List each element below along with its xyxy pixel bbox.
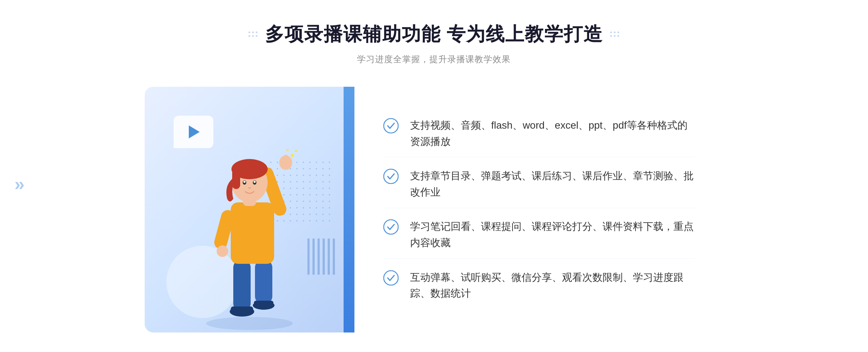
right-features: 支持视频、音频、flash、word、excel、ppt、pdf等各种格式的资源… xyxy=(354,87,723,332)
content-area: 支持视频、音频、flash、word、excel、ppt、pdf等各种格式的资源… xyxy=(145,87,723,332)
outer-left-deco: » xyxy=(14,173,25,194)
header-section: 多项录播课辅助功能 专为线上教学打造 学习进度全掌握，提升录播课教学效果 xyxy=(248,22,620,65)
svg-point-26 xyxy=(384,220,398,234)
svg-rect-16 xyxy=(232,169,240,189)
blue-stripe-deco xyxy=(344,87,354,332)
check-icon-1 xyxy=(383,118,399,133)
feature-text-2: 支持章节目录、弹题考试、课后练习、课后作业、章节测验、批改作业 xyxy=(410,168,694,201)
chevron-left-icon: » xyxy=(14,174,25,194)
feature-text-3: 学习笔记回看、课程提问、课程评论打分、课件资料下载，重点内容收藏 xyxy=(410,219,694,251)
svg-point-21 xyxy=(291,154,294,157)
svg-rect-7 xyxy=(231,202,274,264)
title-row: 多项录播课辅助功能 专为线上教学打造 xyxy=(248,22,620,47)
svg-point-20 xyxy=(254,181,256,183)
svg-point-24 xyxy=(384,119,398,133)
page-title: 多项录播课辅助功能 专为线上教学打造 xyxy=(265,22,603,47)
page-subtitle: 学习进度全掌握，提升录播课教学效果 xyxy=(248,53,620,65)
svg-rect-6 xyxy=(254,301,273,305)
figure-container xyxy=(177,123,322,332)
svg-rect-11 xyxy=(284,155,288,166)
feature-text-4: 互动弹幕、试听购买、微信分享、观看次数限制、学习进度跟踪、数据统计 xyxy=(410,270,694,302)
check-icon-4 xyxy=(383,270,399,286)
left-decorator xyxy=(248,31,258,37)
svg-point-12 xyxy=(217,245,228,257)
svg-rect-5 xyxy=(231,306,253,312)
feature-item-4: 互动弹幕、试听购买、微信分享、观看次数限制、学习进度跟踪、数据统计 xyxy=(383,262,694,309)
svg-point-23 xyxy=(286,149,289,151)
feature-item-1: 支持视频、音频、flash、word、excel、ppt、pdf等各种格式的资源… xyxy=(383,110,694,158)
svg-point-19 xyxy=(243,181,246,183)
svg-point-0 xyxy=(206,317,293,330)
svg-point-25 xyxy=(384,169,398,184)
right-decorator xyxy=(610,31,620,37)
left-illustration xyxy=(145,87,354,332)
check-icon-3 xyxy=(383,219,399,235)
svg-rect-1 xyxy=(233,260,251,311)
page-container: 多项录播课辅助功能 专为线上教学打造 学习进度全掌握，提升录播课教学效果 xyxy=(0,0,868,352)
feature-text-1: 支持视频、音频、flash、word、excel、ppt、pdf等各种格式的资源… xyxy=(410,117,694,150)
svg-point-27 xyxy=(384,271,398,285)
feature-item-3: 学习笔记回看、课程提问、课程评论打分、课件资料下载，重点内容收藏 xyxy=(383,211,694,259)
svg-point-22 xyxy=(295,150,297,152)
svg-rect-2 xyxy=(255,260,272,304)
feature-item-2: 支持章节目录、弹题考试、课后练习、课后作业、章节测验、批改作业 xyxy=(383,161,694,208)
check-icon-2 xyxy=(383,169,399,184)
